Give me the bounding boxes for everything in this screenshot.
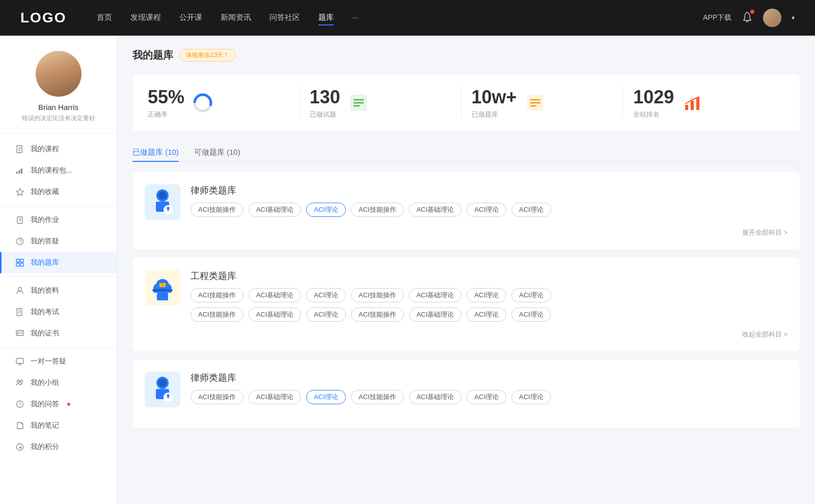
tag-eng2-1[interactable]: ACI基础理论 (249, 307, 302, 322)
tag-eng2-2[interactable]: ACI理论 (306, 307, 346, 322)
tag-lawyer2-0[interactable]: ACI技能操作 (191, 390, 243, 404)
tag-eng2-5[interactable]: ACI理论 (467, 307, 506, 322)
sidebar-item-qa[interactable]: ? 我的答疑 (0, 231, 117, 252)
sidebar-label-question-bank: 我的题库 (31, 258, 59, 267)
qbank-title-lawyer-2: 律师类题库 (191, 372, 787, 384)
svg-rect-45 (696, 98, 699, 110)
nav-home[interactable]: 首页 (97, 11, 112, 25)
tab-done-banks[interactable]: 已做题库 (10) (132, 144, 179, 161)
sidebar-label-group: 我的小组 (31, 378, 59, 387)
tag-eng2-4[interactable]: ACI基础理论 (409, 307, 462, 322)
tag-eng-2[interactable]: ACI理论 (306, 288, 346, 302)
tag-eng-3[interactable]: ACI技能操作 (351, 288, 404, 302)
expand-link-engineering[interactable]: 收起全部科目 > (145, 330, 787, 339)
nav-more[interactable]: ··· (352, 11, 359, 25)
note-icon (15, 421, 24, 430)
tag-lawyer2-1[interactable]: ACI基础理论 (249, 390, 302, 404)
stat-done-questions-number: 130 (310, 87, 340, 108)
user-name: Brian Harris (10, 103, 106, 111)
svg-rect-43 (685, 105, 688, 110)
avatar[interactable] (763, 9, 781, 27)
chat-icon (15, 357, 24, 366)
svg-text:?: ? (19, 402, 21, 407)
tags-row-lawyer-1: ACI技能操作 ACI基础理论 ACI理论 ACI技能操作 ACI基础理论 AC… (191, 203, 787, 217)
sidebar-label-my-course: 我的课程 (31, 145, 59, 154)
tag-lawyer-1-6[interactable]: ACI理论 (511, 203, 551, 217)
list-green-icon (348, 93, 369, 113)
sidebar-item-homework[interactable]: 我的作业 (0, 209, 117, 231)
tag-eng-5[interactable]: ACI理论 (467, 288, 506, 302)
question-icon: ? (15, 237, 24, 246)
sidebar-item-notes[interactable]: 我的笔记 (0, 415, 117, 436)
sidebar-item-favorites[interactable]: 我的收藏 (0, 181, 117, 203)
qbank-card-lawyer-2: 律师类题库 ACI技能操作 ACI基础理论 ACI理论 ACI技能操作 ACI基… (132, 359, 800, 428)
tag-eng-0[interactable]: ACI技能操作 (191, 288, 243, 302)
group-icon (15, 378, 24, 387)
stat-ranking-label: 全站排名 (633, 110, 674, 119)
sidebar-label-profile: 我的资料 (31, 286, 59, 295)
sidebar-item-profile[interactable]: 我的资料 (0, 280, 117, 301)
user-avatar (36, 51, 82, 97)
svg-rect-16 (20, 263, 23, 266)
stat-done-banks: 10w+ 已做题库 (461, 87, 623, 119)
nav-open-course[interactable]: 公开课 (179, 11, 202, 25)
tag-eng2-6[interactable]: ACI理论 (511, 307, 551, 322)
tag-eng-1[interactable]: ACI基础理论 (249, 288, 302, 302)
file-icon (15, 145, 24, 154)
points-icon: ★ (15, 442, 24, 452)
tag-lawyer2-4[interactable]: ACI基础理论 (409, 390, 462, 404)
tags-row-engineering-1: ACI技能操作 ACI基础理论 ACI理论 ACI技能操作 ACI基础理论 AC… (191, 288, 787, 302)
sidebar: Brian Harris 错误的决定比没有决定要好 我的课程 我的课程包... (0, 36, 117, 504)
expand-link-lawyer-1[interactable]: 展开全部科目 > (145, 228, 787, 237)
bar-red-icon (682, 93, 702, 113)
nav-qa[interactable]: 问答社区 (269, 11, 300, 25)
tag-eng-6[interactable]: ACI理论 (511, 288, 551, 302)
avatar-image-sidebar (36, 51, 82, 97)
svg-point-17 (18, 288, 22, 291)
sidebar-label-course-package: 我的课程包... (31, 166, 72, 175)
nav-discover[interactable]: 发现课程 (130, 11, 161, 25)
tag-lawyer-1-5[interactable]: ACI理论 (467, 203, 506, 217)
star-icon (15, 187, 24, 197)
tag-lawyer2-3[interactable]: ACI技能操作 (351, 390, 404, 404)
svg-point-27 (17, 380, 20, 383)
svg-rect-13 (16, 259, 19, 262)
sidebar-item-exam[interactable]: 我的考试 (0, 301, 117, 323)
sidebar-divider-3 (0, 347, 117, 348)
stat-accuracy: 55% 正确率 (148, 87, 300, 119)
doc-icon (15, 307, 24, 317)
sidebar-item-course-package[interactable]: 我的课程包... (0, 160, 117, 181)
app-download-button[interactable]: APP下载 (703, 13, 731, 22)
tab-available-banks[interactable]: 可做题库 (10) (194, 144, 240, 161)
tag-lawyer-1-1[interactable]: ACI基础理论 (249, 203, 302, 217)
sidebar-item-my-course[interactable]: 我的课程 (0, 138, 117, 160)
notification-bell[interactable] (742, 11, 753, 24)
sidebar-item-group[interactable]: 我的小组 (0, 372, 117, 394)
tag-lawyer-1-2[interactable]: ACI理论 (306, 203, 346, 217)
tag-eng2-0[interactable]: ACI技能操作 (191, 307, 243, 322)
stat-accuracy-label: 正确率 (148, 110, 184, 119)
sidebar-label-certificate: 我的证书 (31, 329, 59, 338)
tag-lawyer-1-4[interactable]: ACI基础理论 (409, 203, 462, 217)
tag-eng-4[interactable]: ACI基础理论 (409, 288, 462, 302)
tag-lawyer-1-3[interactable]: ACI技能操作 (351, 203, 404, 217)
tag-lawyer-1-0[interactable]: ACI技能操作 (191, 203, 243, 217)
main-layout: Brian Harris 错误的决定比没有决定要好 我的课程 我的课程包... (0, 0, 815, 504)
nav-news[interactable]: 新闻资讯 (221, 11, 251, 25)
header: LOGO 首页 发现课程 公开课 新闻资讯 问答社区 题库 ··· APP下载 … (0, 0, 815, 36)
account-chevron[interactable]: ▾ (792, 14, 795, 21)
nav-question-bank[interactable]: 题库 (318, 11, 334, 25)
sidebar-item-certificate[interactable]: 我的证书 (0, 323, 117, 344)
sidebar-item-one-on-one[interactable]: 一对一答疑 (0, 351, 117, 372)
sidebar-item-question-bank[interactable]: 我的题库 (0, 252, 117, 273)
sidebar-item-my-qa[interactable]: ? 我的问答 (0, 394, 117, 415)
tag-lawyer2-2[interactable]: ACI理论 (306, 390, 346, 404)
tag-lawyer2-6[interactable]: ACI理论 (511, 390, 551, 404)
tag-lawyer2-5[interactable]: ACI理论 (467, 390, 506, 404)
sidebar-divider-2 (0, 276, 117, 277)
sidebar-item-points[interactable]: ★ 我的积分 (0, 436, 117, 458)
stat-done-banks-label: 已做题库 (472, 110, 517, 119)
tag-eng2-3[interactable]: ACI技能操作 (351, 307, 404, 322)
cert-icon (15, 329, 24, 338)
sidebar-label-qa: 我的答疑 (31, 237, 59, 246)
